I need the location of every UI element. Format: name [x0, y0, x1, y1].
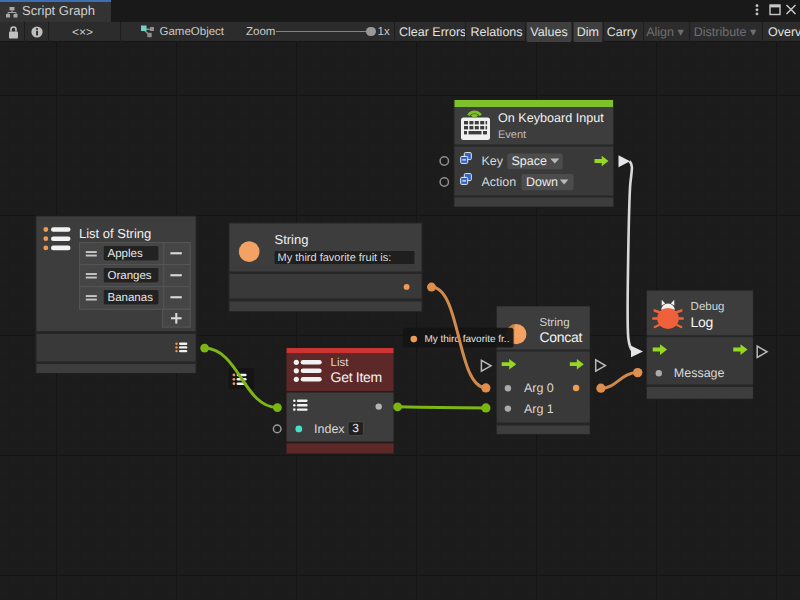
svg-text:Space: Space [512, 154, 547, 168]
svg-text:My third favorite fruit is:: My third favorite fruit is: [278, 252, 392, 264]
svg-text:String: String [540, 317, 570, 329]
svg-text:Apples: Apples [108, 248, 143, 260]
svg-text:Message: Message [674, 366, 725, 380]
svg-text:Key: Key [482, 154, 504, 168]
svg-text:Down: Down [526, 175, 558, 189]
svg-text:List of String: List of String [79, 226, 151, 241]
svg-text:Get Item: Get Item [331, 369, 382, 385]
svg-text:Oranges: Oranges [108, 270, 152, 282]
svg-text:List: List [331, 357, 350, 369]
svg-text:Event: Event [498, 129, 526, 141]
svg-text:Action: Action [482, 175, 517, 189]
svg-text:String: String [275, 232, 309, 247]
svg-text:3: 3 [352, 421, 359, 435]
svg-text:Debug: Debug [691, 301, 725, 313]
svg-text:Bananas: Bananas [108, 292, 154, 304]
svg-text:Concat: Concat [540, 329, 583, 345]
svg-text:Arg 0: Arg 0 [524, 381, 554, 395]
svg-text:Arg 1: Arg 1 [524, 402, 554, 416]
svg-text:Index: Index [314, 422, 345, 436]
svg-text:My third favorite fr..: My third favorite fr.. [424, 334, 509, 345]
svg-text:On Keyboard Input: On Keyboard Input [498, 111, 604, 125]
svg-text:Log: Log [691, 314, 713, 330]
